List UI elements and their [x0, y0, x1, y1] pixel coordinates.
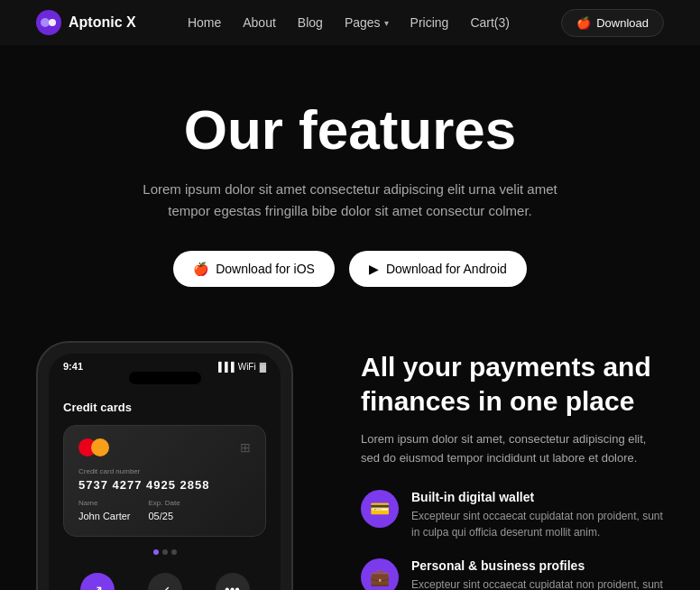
cc-exp-field: Exp. Date 05/25: [148, 499, 180, 523]
feature-wallet-title: Built-in digital wallet: [411, 490, 664, 504]
nav-pricing[interactable]: Pricing: [410, 15, 449, 30]
android-icon: ▶: [369, 262, 379, 276]
feature-profiles-title: Personal & business profiles: [411, 558, 664, 573]
feature-item-profiles: 💼 Personal & business profiles Excepteur…: [361, 558, 664, 590]
mc-right-circle: [91, 438, 109, 456]
features-heading: All your payments and finances in one pl…: [361, 350, 664, 418]
svg-point-2: [49, 19, 56, 26]
feature-wallet-text: Built-in digital wallet Excepteur sint o…: [411, 490, 664, 540]
cc-number: 5737 4277 4925 2858: [78, 478, 251, 492]
cc-section-title: Credit cards: [63, 401, 266, 414]
navbar: Aptonic X Home About Blog Pages ▾ Pricin…: [0, 0, 700, 45]
cc-exp-label: Exp. Date: [148, 499, 180, 507]
more-icon: •••: [216, 573, 250, 590]
phone-status-icons: ▐▐▐ WiFi ▓: [215, 362, 266, 372]
phone-actions: ↗ Send ↙ Receive ••• More: [63, 566, 266, 590]
phone-screen: 9:41 ▐▐▐ WiFi ▓ Credit cards: [49, 354, 281, 590]
dot-2: [162, 549, 168, 555]
profiles-feature-icon: 💼: [361, 558, 399, 590]
nav-about[interactable]: About: [243, 15, 276, 30]
hero-section: Our features Lorem ipsum dolor sit amet …: [0, 45, 700, 323]
hero-subtitle: Lorem ipsum dolor sit amet consectetur a…: [124, 179, 576, 222]
feature-profiles-desc: Excepteur sint occaecat cupidatat non pr…: [411, 576, 664, 590]
phone-action-send[interactable]: ↗ Send: [80, 573, 115, 590]
phone-container: 9:41 ▐▐▐ WiFi ▓ Credit cards: [36, 341, 325, 590]
wallet-feature-icon: 💳: [361, 490, 399, 528]
hero-buttons: 🍎 Download for iOS ▶ Download for Androi…: [36, 251, 664, 287]
cc-name-value: John Carter: [78, 511, 130, 521]
phone-action-more[interactable]: ••• More: [216, 573, 250, 590]
nav-links: Home About Blog Pages ▾ Pricing Cart(3): [188, 15, 510, 30]
cc-name-field: Name John Carter: [78, 499, 130, 523]
cc-name-label: Name: [78, 499, 130, 507]
receive-icon: ↙: [148, 573, 182, 590]
logo[interactable]: Aptonic X: [36, 10, 136, 35]
nav-download-button[interactable]: 🍎 Download: [561, 9, 664, 37]
chevron-down-icon: ▾: [384, 18, 389, 28]
wifi-icon: WiFi: [238, 362, 256, 372]
credit-card: ⊞ Credit card number 5737 4277 4925 2858…: [63, 425, 266, 537]
features-right: All your payments and finances in one pl…: [361, 341, 664, 590]
send-icon: ↗: [80, 573, 115, 590]
nav-cart[interactable]: Cart(3): [470, 15, 510, 30]
phone-time: 9:41: [63, 361, 83, 372]
features-section: 9:41 ▐▐▐ WiFi ▓ Credit cards: [0, 323, 700, 590]
svg-point-1: [41, 18, 50, 27]
features-description: Lorem ipsum dolor sit amet, consectetur …: [361, 430, 664, 468]
nav-pages[interactable]: Pages ▾: [345, 15, 389, 30]
logo-text: Aptonic X: [69, 14, 136, 31]
cc-details-row: Name John Carter Exp. Date 05/25: [78, 499, 251, 523]
cc-exp-value: 05/25: [148, 511, 173, 521]
dot-3: [171, 549, 177, 555]
phone-notch: [129, 372, 201, 384]
phone-action-receive[interactable]: ↙ Receive: [148, 573, 182, 590]
nav-home[interactable]: Home: [188, 15, 221, 30]
phone-card-content: Credit cards ⊞ Credit card number 5737 4…: [49, 390, 281, 590]
battery-icon: ▓: [260, 362, 266, 372]
card-pagination-dots: [63, 549, 266, 555]
logo-icon: [36, 10, 61, 35]
cc-card-header: ⊞: [78, 438, 251, 456]
feature-item-wallet: 💳 Built-in digital wallet Excepteur sint…: [361, 490, 664, 540]
signal-icon: ▐▐▐: [215, 362, 234, 372]
phone-mockup: 9:41 ▐▐▐ WiFi ▓ Credit cards: [36, 341, 293, 590]
nav-blog[interactable]: Blog: [298, 15, 323, 30]
dot-1: [153, 549, 159, 555]
cc-number-label: Credit card number: [78, 467, 251, 475]
download-ios-button[interactable]: 🍎 Download for iOS: [173, 251, 335, 287]
feature-wallet-desc: Excepteur sint occaecat cupidatat non pr…: [411, 508, 664, 540]
hero-title: Our features: [36, 99, 664, 161]
apple-icon: 🍎: [576, 16, 591, 30]
download-android-button[interactable]: ▶ Download for Android: [349, 251, 527, 287]
mastercard-logo: [78, 438, 109, 456]
apple-download-icon: 🍎: [193, 262, 208, 276]
grid-icon: ⊞: [240, 440, 251, 455]
feature-profiles-text: Personal & business profiles Excepteur s…: [411, 558, 664, 590]
